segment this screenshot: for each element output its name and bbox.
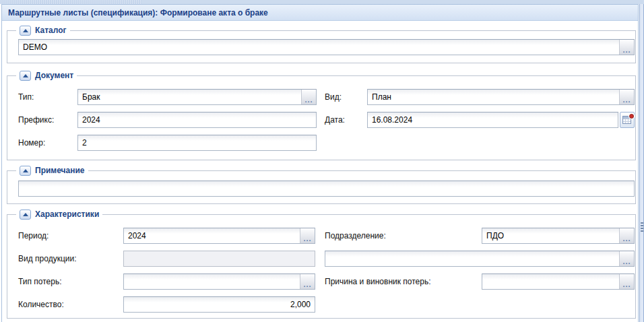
group-catalog-title: Каталог — [35, 25, 67, 36]
group-catalog: Каталог ... — [7, 30, 636, 63]
period-browse-button[interactable]: ... — [300, 228, 315, 243]
group-document-title: Документ — [35, 70, 73, 81]
up-triangle-icon — [23, 213, 28, 216]
ellipsis-icon: ... — [622, 257, 631, 265]
collapse-button-characteristics[interactable] — [20, 210, 31, 220]
group-note: Примечание — [7, 170, 636, 204]
panel-title: Маршрутные листы (спецификация): Формиро… — [8, 8, 268, 18]
prefix-label: Префикс: — [18, 115, 77, 125]
date-input[interactable] — [367, 112, 618, 128]
product-kind-input — [123, 251, 315, 267]
division-input[interactable] — [482, 228, 635, 244]
division-browse-button[interactable]: ... — [619, 228, 634, 243]
collapse-button-catalog[interactable] — [20, 26, 31, 36]
catalog-browse-button[interactable]: ... — [619, 40, 634, 55]
date-label: Дата: — [325, 115, 367, 125]
type-browse-button[interactable]: ... — [301, 90, 316, 104]
kind-browse-button[interactable]: ... — [619, 90, 634, 104]
loss-type-label: Тип потерь: — [18, 277, 123, 286]
kind-label: Вид: — [325, 92, 367, 102]
kind-input[interactable] — [367, 89, 635, 105]
panel-body: Каталог ... Документ Тип: — [2, 30, 638, 322]
product-lookup-input[interactable] — [325, 251, 635, 267]
type-label: Тип: — [18, 92, 77, 102]
collapse-button-note[interactable] — [20, 166, 31, 176]
up-triangle-icon — [23, 169, 28, 172]
group-note-legend: Примечание — [16, 165, 88, 176]
date-picker-button[interactable] — [620, 112, 635, 128]
ellipsis-icon: ... — [303, 234, 311, 243]
number-input[interactable] — [77, 135, 317, 151]
quantity-input[interactable] — [123, 296, 315, 313]
calendar-dot-icon — [629, 114, 634, 119]
ellipsis-icon: ... — [622, 280, 631, 288]
ellipsis-icon: ... — [622, 234, 631, 243]
ellipsis-icon: ... — [622, 46, 631, 54]
group-characteristics-legend: Характеристики — [16, 209, 102, 220]
note-input[interactable] — [18, 181, 635, 197]
loss-cause-label: Причина и виновник потерь: — [325, 277, 482, 286]
ellipsis-icon: ... — [303, 280, 311, 288]
loss-type-input[interactable] — [123, 273, 315, 290]
up-triangle-icon — [23, 74, 28, 77]
number-label: Номер: — [18, 138, 77, 148]
loss-type-browse-button[interactable]: ... — [300, 274, 315, 289]
division-label: Подразделение: — [325, 231, 482, 240]
type-input[interactable] — [77, 89, 317, 105]
group-characteristics: Характеристики Период: ... Подразделение… — [7, 214, 636, 319]
group-catalog-legend: Каталог — [16, 25, 70, 36]
quantity-label: Количество: — [18, 300, 123, 309]
period-input[interactable] — [123, 228, 315, 244]
form-panel: Маршрутные листы (спецификация): Формиро… — [1, 4, 639, 322]
splitter-grip-icon — [641, 222, 643, 233]
catalog-input[interactable] — [18, 39, 635, 55]
right-splitter-bar[interactable] — [639, 4, 644, 322]
period-label: Период: — [18, 231, 123, 240]
group-note-title: Примечание — [35, 165, 85, 176]
panel-titlebar: Маршрутные листы (спецификация): Формиро… — [2, 5, 638, 21]
up-triangle-icon — [23, 29, 28, 32]
ellipsis-icon: ... — [304, 96, 313, 104]
prefix-input[interactable] — [77, 112, 317, 128]
group-document: Документ Тип: ... Вид: ... — [7, 75, 636, 160]
group-document-legend: Документ — [16, 70, 77, 81]
product-kind-label: Вид продукции: — [18, 254, 123, 263]
ellipsis-icon: ... — [622, 96, 631, 104]
collapse-button-document[interactable] — [20, 71, 31, 81]
group-characteristics-title: Характеристики — [35, 209, 99, 220]
loss-cause-input[interactable] — [482, 273, 635, 290]
loss-cause-browse-button[interactable]: ... — [619, 274, 634, 289]
product-lookup-browse-button[interactable]: ... — [619, 251, 634, 266]
